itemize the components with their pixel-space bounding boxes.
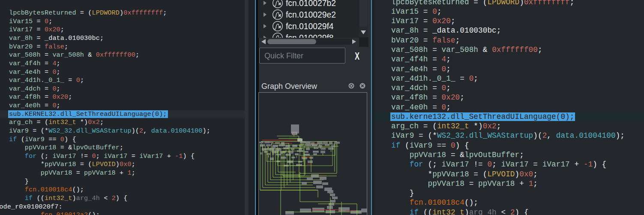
svg-text:fcn.010029f8: fcn.010029f8 — [286, 33, 334, 38]
svg-text:fcn.010029f4: fcn.010029f4 — [286, 22, 334, 31]
svg-text:fcn.010027b2: fcn.010027b2 — [286, 0, 336, 8]
svg-text:fcn.010029e2: fcn.010029e2 — [286, 10, 336, 19]
